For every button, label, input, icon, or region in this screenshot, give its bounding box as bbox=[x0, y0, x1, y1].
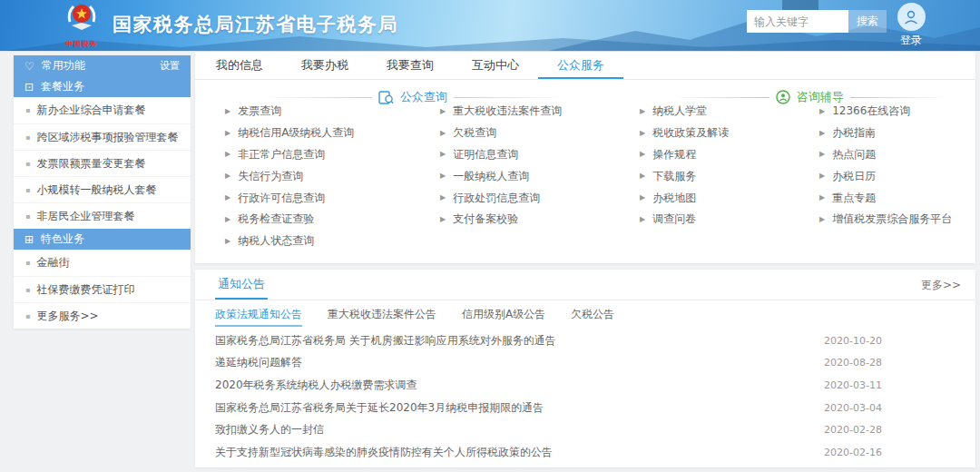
consult-link[interactable]: ▶ 下载服务 bbox=[640, 165, 814, 187]
notice-row[interactable]: 国家税务总局江苏省税务局 关于机房搬迁影响应用系统对外服务的通告 2020-10… bbox=[195, 329, 975, 352]
arrow-icon: ▶ bbox=[640, 108, 645, 115]
query-link[interactable]: ▶ 行政许可信息查询 bbox=[225, 187, 429, 209]
notice-row[interactable]: 国家税务总局江苏省税务局关于延长2020年3月纳税申报期限的通告 2020-03… bbox=[195, 397, 975, 419]
sidebar-item[interactable]: ▪ 跨区域涉税事项报验管理套餐 bbox=[14, 123, 191, 150]
query-link[interactable]: ▶ 发票查询 bbox=[225, 101, 429, 123]
bullet-icon: ▪ bbox=[25, 186, 30, 194]
sidebar-item[interactable]: ▪ 非居民企业管理套餐 bbox=[14, 202, 191, 229]
notice-header: 通知公告 更多>> bbox=[195, 270, 975, 300]
consult-link[interactable]: ▶ 调查问卷 bbox=[640, 209, 814, 231]
heart-icon: ♡ bbox=[24, 61, 34, 72]
login-label[interactable]: 登录 bbox=[895, 33, 927, 48]
sidebar-item-label: 小规模转一般纳税人套餐 bbox=[36, 182, 156, 198]
logo-caption: 中国税务 bbox=[58, 39, 105, 49]
search-button[interactable]: 搜索 bbox=[848, 10, 887, 33]
query-link[interactable]: ▶ 支付备案校验 bbox=[440, 209, 632, 231]
sidebar-item[interactable]: ▪ 社保费缴费凭证打印 bbox=[14, 276, 191, 302]
bullet-icon: ▪ bbox=[25, 133, 30, 142]
search-input[interactable] bbox=[747, 10, 848, 33]
query-link[interactable]: ▶ 欠税查询 bbox=[440, 123, 632, 144]
consult-link-label: 操作规程 bbox=[652, 147, 696, 162]
consult-link[interactable]: ▶ 热点问题 bbox=[819, 144, 975, 166]
sidebar-section-package[interactable]: ⊡ 套餐业务 bbox=[14, 76, 191, 97]
sidebar-item[interactable]: ▪ 更多服务>> bbox=[14, 302, 191, 329]
package-label: 套餐业务 bbox=[41, 79, 84, 94]
notice-row-date: 2020-02-16 bbox=[824, 447, 882, 458]
consult-link[interactable]: ▶ 办税指南 bbox=[819, 123, 975, 144]
arrow-icon: ▶ bbox=[225, 216, 230, 223]
nav-tab[interactable]: 我要查询 bbox=[368, 52, 453, 79]
consult-link-label: 12366在线咨询 bbox=[832, 103, 910, 119]
consult-link[interactable]: ▶ 增值税发票综合服务平台 bbox=[819, 209, 975, 231]
query-link-label: 一般纳税人查询 bbox=[453, 169, 529, 184]
notice-row-date: 2020-10-20 bbox=[824, 335, 882, 347]
sidebar-item-label: 新办企业综合申请套餐 bbox=[36, 103, 145, 118]
query-link-label: 欠税查询 bbox=[453, 125, 496, 141]
sidebar-item[interactable]: ▪ 发票限额票量变更套餐 bbox=[14, 150, 191, 176]
bullet-icon: ▪ bbox=[25, 259, 30, 267]
consult-link-label: 热点问题 bbox=[832, 147, 876, 162]
notice-tab[interactable]: 信用级别A级公告 bbox=[462, 307, 545, 327]
notice-row[interactable]: 关于支持新型冠状病毒感染的肺炎疫情防控有关个人所得税政策的公告 2020-02-… bbox=[195, 441, 975, 464]
query-link[interactable]: ▶ 重大税收违法案件查询 bbox=[440, 101, 632, 123]
settings-link[interactable]: 设置 bbox=[160, 59, 180, 73]
sidebar-item[interactable]: ▪ 金融街 bbox=[14, 250, 191, 276]
notice-tab[interactable]: 政策法规通知公告 bbox=[215, 307, 302, 327]
query-link[interactable]: ▶ 行政处罚信息查询 bbox=[440, 187, 632, 209]
consult-link-label: 办税地图 bbox=[652, 191, 696, 206]
arrow-icon: ▶ bbox=[640, 216, 645, 223]
site-header: 中国税务 国家税务总局江苏省电子税务局 搜索 登录 bbox=[0, 0, 980, 52]
arrow-icon: ▶ bbox=[819, 130, 825, 137]
nav-tab[interactable]: 我的信息 bbox=[197, 52, 282, 79]
consult-link[interactable]: ▶ 重点专题 bbox=[819, 187, 975, 209]
nav-tab-label: 我的信息 bbox=[216, 58, 263, 72]
query-link[interactable]: ▶ 证明信息查询 bbox=[440, 144, 632, 166]
user-icon[interactable] bbox=[897, 3, 926, 31]
notice-row-date: 2020-02-28 bbox=[824, 424, 882, 436]
notice-row[interactable]: 递延纳税问题解答 2020-08-28 bbox=[195, 352, 975, 375]
bullet-icon: ▪ bbox=[25, 286, 30, 294]
query-link[interactable]: ▶ 纳税信用A级纳税人查询 bbox=[225, 123, 429, 144]
nav-tab[interactable]: 我要办税 bbox=[282, 52, 368, 79]
query-link[interactable]: ▶ 税务检查证查验 bbox=[225, 209, 429, 231]
login-button[interactable]: 登录 bbox=[895, 3, 927, 48]
arrow-icon: ▶ bbox=[225, 151, 230, 158]
query-link-label: 失信行为查询 bbox=[238, 169, 303, 184]
query-link[interactable]: ▶ 一般纳税人查询 bbox=[440, 165, 632, 187]
notice-row-date: 2020-03-04 bbox=[824, 402, 882, 414]
consult-link[interactable]: ▶ 12366在线咨询 bbox=[819, 101, 975, 123]
sidebar-item[interactable]: ▪ 新办企业综合申请套餐 bbox=[14, 97, 191, 123]
arrow-icon: ▶ bbox=[440, 151, 446, 158]
notice-tab-label: 政策法规通知公告 bbox=[215, 308, 302, 320]
arrow-icon: ▶ bbox=[640, 130, 645, 137]
consult-link[interactable]: ▶ 纳税人学堂 bbox=[640, 101, 814, 123]
special-label: 特色业务 bbox=[41, 231, 84, 247]
consult-link[interactable]: ▶ 办税地图 bbox=[640, 187, 814, 209]
notice-tab[interactable]: 重大税收违法案件公告 bbox=[328, 307, 436, 327]
query-link-label: 纳税信用A级纳税人查询 bbox=[238, 125, 354, 141]
notice-row[interactable]: 致扣缴义务人的一封信 2020-02-28 bbox=[195, 418, 975, 441]
more-link[interactable]: 更多>> bbox=[921, 270, 961, 300]
notice-row[interactable]: 2020年税务系统纳税人办税缴费需求调查 2020-03-11 bbox=[195, 374, 975, 397]
consult-link[interactable]: ▶ 操作规程 bbox=[640, 144, 814, 166]
sidebar-item-label: 金融街 bbox=[36, 255, 69, 270]
query-link[interactable]: ▶ 纳税人状态查询 bbox=[225, 231, 429, 252]
arrow-icon: ▶ bbox=[440, 172, 446, 180]
arrow-icon: ▶ bbox=[819, 194, 825, 202]
consult-link-label: 重点专题 bbox=[832, 191, 876, 206]
sidebar-section-special[interactable]: ⊞ 特色业务 bbox=[14, 229, 191, 250]
sidebar: ♡ 常用功能 设置 ⊡ 套餐业务 ▪ 新办企业综合申请套餐 ▪ 跨区域涉税事项报… bbox=[14, 55, 191, 329]
notice-tab[interactable]: 欠税公告 bbox=[571, 307, 614, 327]
consult-link[interactable]: ▶ 税收政策及解读 bbox=[640, 123, 814, 144]
nav-tab[interactable]: 互动中心 bbox=[453, 52, 538, 79]
sidebar-item-label: 更多服务>> bbox=[36, 309, 98, 324]
main-panel: 我的信息 我要办税 我要查询 互动中心 公众服务 公众查询 bbox=[195, 52, 975, 263]
sidebar-item-favorites[interactable]: ♡ 常用功能 设置 bbox=[14, 55, 191, 76]
nav-tab[interactable]: 公众服务 bbox=[538, 52, 623, 79]
consult-link-label: 下载服务 bbox=[652, 169, 696, 184]
consult-link[interactable]: ▶ 办税日历 bbox=[819, 165, 975, 187]
sidebar-item[interactable]: ▪ 小规模转一般纳税人套餐 bbox=[14, 176, 191, 202]
query-link[interactable]: ▶ 失信行为查询 bbox=[225, 165, 429, 187]
consult-link-label: 办税日历 bbox=[832, 169, 876, 184]
query-link[interactable]: ▶ 非正常户信息查询 bbox=[225, 144, 429, 166]
